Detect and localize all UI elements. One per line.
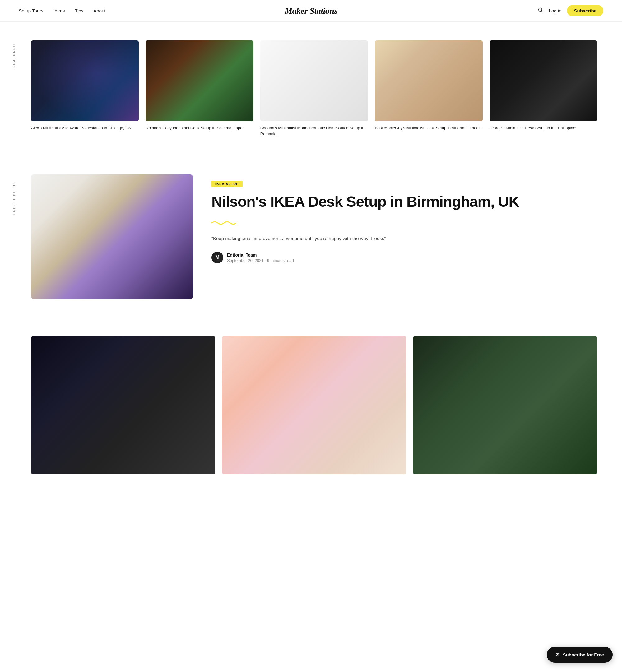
bottom-grid-item-0[interactable] (31, 336, 215, 474)
post-read-time: 9 minutes read (267, 258, 294, 263)
featured-item-3[interactable]: BasicAppleGuy's Minimalist Desk Setup in… (375, 40, 482, 137)
author-avatar: M (211, 252, 223, 263)
author-name: Editorial Team (227, 252, 294, 257)
bottom-grid (31, 336, 597, 474)
site-logo-container: Maker Stations (284, 6, 338, 16)
post-meta: September 20, 2021 · 9 minutes read (227, 258, 294, 263)
featured-item-1[interactable]: Roland's Cosy Industrial Desk Setup in S… (145, 40, 253, 137)
latest-label: LATEST POSTS (12, 181, 16, 215)
featured-grid: Alex's Minimalist Alienware Battlestatio… (31, 40, 597, 137)
nav-actions: Log in Subscribe (538, 5, 603, 16)
featured-title-0: Alex's Minimalist Alienware Battlestatio… (31, 126, 131, 130)
bottom-grid-item-2[interactable] (413, 336, 597, 474)
featured-title-1: Roland's Cosy Industrial Desk Setup in S… (145, 126, 244, 130)
search-button[interactable] (538, 7, 543, 14)
login-button[interactable]: Log in (549, 8, 562, 13)
nav-tips[interactable]: Tips (75, 8, 83, 13)
featured-label: FEATURED (12, 43, 16, 68)
featured-title-2: Bogdan's Minimalist Monochromatic Home O… (260, 126, 365, 137)
featured-title-3: BasicAppleGuy's Minimalist Desk Setup in… (375, 126, 481, 130)
latest-post-title: Nilson's IKEA Desk Setup in Birmingham, … (211, 193, 597, 210)
nav-ideas[interactable]: Ideas (54, 8, 65, 13)
navbar: Setup Tours Ideas Tips About Maker Stati… (0, 0, 622, 22)
site-logo[interactable]: Maker Stations (284, 6, 338, 15)
bottom-grid-item-1[interactable] (222, 336, 406, 474)
bottom-grid-image-2 (413, 336, 597, 474)
author-row: M Editorial Team September 20, 2021 · 9 … (211, 252, 597, 263)
post-separator: · (265, 258, 267, 263)
wavy-divider (211, 219, 597, 229)
post-quote: “Keep making small improvements over tim… (211, 235, 597, 243)
featured-item-4[interactable]: Jeorge's Minimalist Desk Setup in the Ph… (489, 40, 597, 137)
latest-post-image[interactable] (31, 174, 193, 299)
author-info: Editorial Team September 20, 2021 · 9 mi… (227, 252, 294, 263)
latest-section: LATEST POSTS IKEA SETUP Nilson's IKEA De… (0, 149, 622, 318)
bottom-grid-image-0 (31, 336, 215, 474)
post-date: September 20, 2021 (227, 258, 264, 263)
latest-post-main: IKEA SETUP Nilson's IKEA Desk Setup in B… (31, 174, 597, 299)
svg-line-1 (542, 11, 543, 12)
bottom-grid-image-1 (222, 336, 406, 474)
featured-item-2[interactable]: Bogdan's Minimalist Monochromatic Home O… (260, 40, 368, 137)
featured-section: FEATURED Alex's Minimalist Alienware Bat… (0, 22, 622, 149)
nav-about[interactable]: About (93, 8, 105, 13)
nav-links: Setup Tours Ideas Tips About (19, 8, 105, 13)
latest-post-content: IKEA SETUP Nilson's IKEA Desk Setup in B… (211, 174, 597, 264)
subscribe-button[interactable]: Subscribe (567, 5, 603, 16)
bottom-grid-section (0, 318, 622, 499)
post-tag-badge[interactable]: IKEA SETUP (211, 181, 243, 187)
nav-setup-tours[interactable]: Setup Tours (19, 8, 43, 13)
featured-item-0[interactable]: Alex's Minimalist Alienware Battlestatio… (31, 40, 139, 137)
featured-title-4: Jeorge's Minimalist Desk Setup in the Ph… (489, 126, 578, 130)
